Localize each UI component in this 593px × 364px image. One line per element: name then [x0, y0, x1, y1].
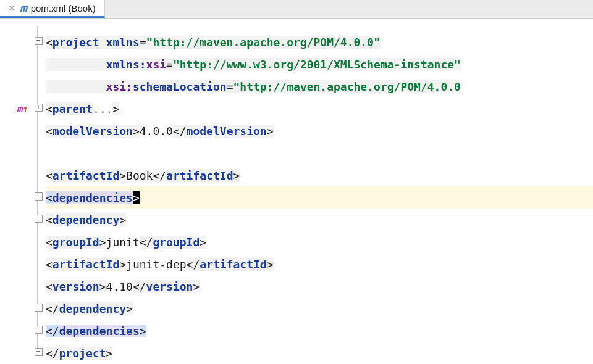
icon-gutter: m↑ [0, 19, 31, 364]
code-line[interactable]: </dependency> [46, 297, 593, 320]
maven-up-icon[interactable]: m↑ [17, 103, 28, 115]
code-line[interactable]: <modelVersion>4.0.0</modelVersion> [46, 120, 593, 142]
text-cursor: > [133, 191, 140, 204]
code-line-current[interactable]: <dependencies> [46, 186, 593, 209]
code-area[interactable]: <project xmlns="http://maven.apache.org/… [46, 19, 593, 364]
editor-body: m↑ − + − − − [0, 19, 593, 364]
file-tab[interactable]: × m pom.xml (Book) [0, 0, 105, 18]
code-line[interactable]: xmlns:xsi="http://www.w3.org/2001/XMLSch… [46, 53, 593, 75]
code-line[interactable]: xsi:schemaLocation="http://maven.apache.… [46, 75, 593, 97]
code-line[interactable]: <dependency> [46, 209, 593, 231]
fold-toggle-icon[interactable]: − [35, 192, 43, 201]
fold-toggle-icon[interactable]: + [35, 104, 43, 112]
fold-toggle-icon[interactable]: − [35, 37, 43, 45]
close-icon[interactable]: × [9, 3, 15, 13]
code-line[interactable]: </dependencies> [46, 320, 593, 342]
tab-label: pom.xml (Book) [31, 3, 96, 14]
code-line[interactable]: <artifactId>junit-dep</artifactId> [46, 253, 593, 275]
code-line[interactable]: <parent...> [46, 97, 593, 120]
code-line[interactable]: <artifactId>Book</artifactId> [46, 164, 593, 186]
code-line[interactable]: <version>4.10</version> [46, 275, 593, 297]
fold-gutter: − + − − − − − [31, 19, 46, 364]
maven-file-icon: m [20, 2, 27, 14]
code-line[interactable]: <project xmlns="http://maven.apache.org/… [46, 31, 593, 53]
code-line[interactable]: </project> [46, 342, 593, 364]
code-line[interactable]: <groupId>junit</groupId> [46, 231, 593, 253]
fold-toggle-icon[interactable]: − [35, 326, 43, 334]
fold-toggle-icon[interactable]: − [35, 215, 43, 223]
fold-toggle-icon[interactable]: − [35, 304, 43, 312]
editor-container: × m pom.xml (Book) m↑ − [0, 0, 593, 364]
code-line[interactable] [46, 142, 593, 164]
tab-bar: × m pom.xml (Book) [0, 0, 593, 19]
fold-toggle-icon[interactable]: − [35, 348, 43, 356]
